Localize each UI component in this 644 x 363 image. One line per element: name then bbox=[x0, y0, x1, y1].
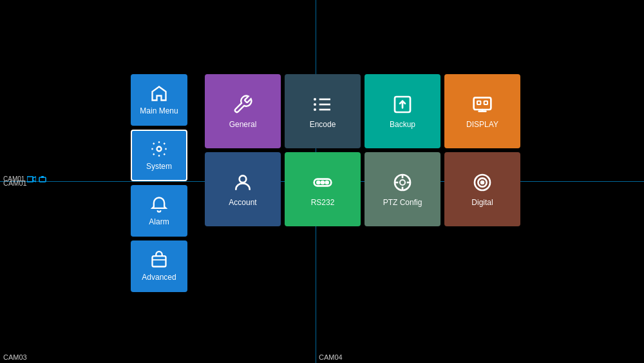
grid-tile-backup[interactable]: Backup bbox=[365, 74, 440, 148]
grid-tile-digital[interactable]: Digital bbox=[444, 152, 520, 226]
svg-rect-2 bbox=[39, 177, 46, 182]
sidebar-tile-system[interactable]: System bbox=[131, 130, 187, 181]
svg-rect-14 bbox=[477, 101, 480, 104]
grid-label-digital: Digital bbox=[471, 198, 493, 207]
grid-label-account: Account bbox=[229, 198, 256, 207]
cam03-label: CAM03 bbox=[3, 353, 27, 361]
grid-label-encode: Encode bbox=[310, 120, 336, 129]
sidebar-label-advanced: Advanced bbox=[142, 273, 176, 282]
rs232-icon bbox=[312, 172, 333, 193]
digital-icon bbox=[472, 172, 493, 193]
svg-point-4 bbox=[157, 147, 162, 152]
home-icon bbox=[150, 84, 168, 103]
svg-point-20 bbox=[326, 181, 328, 184]
sidebar-label-system: System bbox=[146, 162, 172, 171]
svg-rect-15 bbox=[484, 101, 488, 104]
svg-rect-5 bbox=[153, 256, 166, 266]
list-icon bbox=[312, 94, 333, 115]
svg-rect-13 bbox=[474, 97, 491, 110]
grid-tile-rs232[interactable]: RS232 bbox=[285, 152, 361, 226]
display-icon bbox=[472, 94, 493, 115]
bell-icon bbox=[150, 195, 168, 213]
grid-tile-general[interactable]: General bbox=[205, 74, 281, 148]
wrench-icon bbox=[232, 94, 253, 115]
svg-marker-0 bbox=[27, 177, 33, 182]
grid-label-general: General bbox=[229, 120, 257, 129]
grid-label-display: DISPLAY bbox=[466, 120, 498, 129]
gear-icon bbox=[150, 140, 168, 158]
svg-point-29 bbox=[481, 181, 484, 184]
svg-point-19 bbox=[321, 181, 324, 184]
bag-icon bbox=[150, 251, 168, 269]
svg-point-22 bbox=[400, 180, 405, 185]
cam01-rec-icon bbox=[27, 176, 36, 182]
cam04-label: CAM04 bbox=[319, 353, 343, 361]
svg-point-16 bbox=[240, 175, 247, 182]
svg-marker-1 bbox=[33, 177, 36, 182]
sidebar-tile-main-menu[interactable]: Main Menu bbox=[131, 74, 187, 126]
sidebar-tile-alarm[interactable]: Alarm bbox=[131, 185, 187, 237]
svg-point-18 bbox=[317, 181, 319, 184]
sidebar-label-main-menu: Main Menu bbox=[140, 106, 178, 115]
grid-label-ptz: PTZ Config bbox=[383, 198, 422, 207]
grid-tile-ptz[interactable]: PTZ Config bbox=[365, 152, 440, 226]
main-grid: General Encode Backup DISPLAY bbox=[205, 74, 520, 226]
grid-tile-account[interactable]: Account bbox=[205, 152, 281, 226]
sidebar-tile-advanced[interactable]: Advanced bbox=[131, 240, 187, 292]
cam01-icon2 bbox=[39, 176, 46, 182]
sidebar: Main Menu System Alarm Advanced bbox=[131, 74, 187, 292]
sidebar-label-alarm: Alarm bbox=[149, 217, 169, 226]
grid-label-rs232: RS232 bbox=[311, 198, 335, 207]
svg-rect-3 bbox=[41, 176, 44, 178]
grid-tile-display[interactable]: DISPLAY bbox=[444, 74, 520, 148]
person-icon bbox=[232, 172, 253, 193]
cam01-icons: CAM01 bbox=[3, 175, 46, 182]
grid-tile-encode[interactable]: Encode bbox=[285, 74, 361, 148]
ptz-icon bbox=[392, 172, 413, 193]
cam01-label-text: CAM01 bbox=[3, 175, 24, 182]
upload-icon bbox=[392, 94, 413, 115]
grid-label-backup: Backup bbox=[390, 120, 415, 129]
